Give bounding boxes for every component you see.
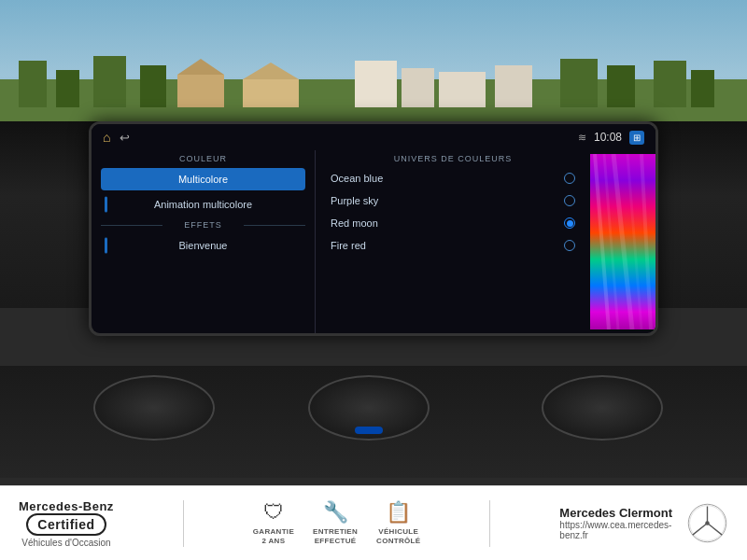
dealer-info: Mercedes Clermont https://www.cea.merced… bbox=[559, 506, 672, 540]
ocean-blue-label: Ocean blue bbox=[331, 173, 383, 184]
purple-sky-label: Purple sky bbox=[331, 195, 378, 206]
time-display: 10:08 bbox=[594, 131, 622, 144]
univers-label: UNIVERS DE COULEURS bbox=[323, 154, 583, 163]
fire-red-option[interactable]: Fire red bbox=[323, 235, 583, 256]
vehicule-item: 📋 VÉHICULE CONTRÔLÉ bbox=[376, 500, 420, 545]
footer-icons: 🛡 GARANTIE 2 ANS 🔧 ENTRETIEN EFFECTUÉ 📋 … bbox=[253, 500, 421, 545]
vehicules-text: Véhicules d'Occasion bbox=[21, 538, 110, 548]
brand-section: Mercedes-Benz Certified Véhicules d'Occa… bbox=[19, 499, 114, 548]
svg-line-27 bbox=[708, 524, 723, 536]
right-panel: UNIVERS DE COULEURS Ocean blue Purple sk… bbox=[316, 150, 655, 333]
svg-rect-4 bbox=[140, 65, 166, 107]
svg-marker-10 bbox=[177, 59, 224, 75]
svg-marker-12 bbox=[243, 63, 299, 79]
nav-icons: ⌂ ↩ bbox=[103, 130, 130, 145]
svg-rect-6 bbox=[607, 65, 635, 107]
vehicule-label: VÉHICULE CONTRÔLÉ bbox=[376, 527, 420, 545]
garantie-label: GARANTIE 2 ANS bbox=[253, 527, 294, 545]
notification-icon[interactable]: ⊞ bbox=[629, 131, 644, 145]
red-moon-option[interactable]: Red moon bbox=[323, 213, 583, 233]
svg-rect-16 bbox=[495, 65, 532, 107]
svg-rect-8 bbox=[691, 70, 714, 107]
purple-sky-option[interactable]: Purple sky bbox=[323, 190, 583, 211]
infotainment-screen: ⌂ ↩ ≋ 10:08 ⊞ COULEUR Multicolore Animat… bbox=[89, 121, 658, 336]
svg-rect-7 bbox=[654, 61, 686, 107]
red-moon-radio[interactable] bbox=[564, 217, 575, 229]
dealer-name: Mercedes Clermont bbox=[559, 506, 672, 520]
signal-icon: ≋ bbox=[578, 132, 586, 144]
svg-rect-9 bbox=[177, 75, 224, 107]
svg-rect-3 bbox=[93, 56, 126, 107]
svg-rect-5 bbox=[560, 59, 598, 107]
mercedes-benz-text: Mercedes-Benz bbox=[19, 499, 114, 513]
svg-rect-13 bbox=[355, 61, 397, 107]
purple-sky-radio[interactable] bbox=[564, 195, 575, 206]
effets-label: EFFETS bbox=[101, 220, 305, 230]
entretien-item: 🔧 ENTRETIEN EFFECTUÉ bbox=[313, 500, 358, 545]
entretien-label: ENTRETIEN EFFECTUÉ bbox=[313, 527, 358, 545]
home-icon[interactable]: ⌂ bbox=[103, 130, 110, 145]
svg-rect-2 bbox=[56, 70, 79, 107]
couleur-label: COULEUR bbox=[101, 154, 305, 163]
dashboard-area bbox=[0, 366, 747, 478]
svg-rect-15 bbox=[439, 72, 486, 107]
ocean-blue-radio[interactable] bbox=[564, 173, 575, 184]
options-list: UNIVERS DE COULEURS Ocean blue Purple sk… bbox=[316, 154, 590, 329]
mercedes-certified: Mercedes-Benz Certified Véhicules d'Occa… bbox=[19, 499, 114, 548]
bienvenue-item[interactable]: Bienvenue bbox=[101, 234, 305, 257]
svg-line-26 bbox=[693, 524, 708, 536]
screen: ⌂ ↩ ≋ 10:08 ⊞ COULEUR Multicolore Animat… bbox=[92, 124, 655, 333]
left-panel: COULEUR Multicolore Animation multicolor… bbox=[92, 150, 316, 333]
back-icon[interactable]: ↩ bbox=[120, 131, 130, 145]
mercedes-logo bbox=[686, 502, 728, 544]
color-gradient-preview bbox=[590, 154, 655, 329]
svg-rect-11 bbox=[243, 79, 299, 107]
svg-rect-1 bbox=[19, 61, 47, 107]
entretien-icon: 🔧 bbox=[323, 500, 348, 525]
separator-1 bbox=[183, 500, 184, 547]
status-bar: ≋ 10:08 ⊞ bbox=[578, 131, 644, 145]
left-vent bbox=[93, 375, 215, 441]
separator-2 bbox=[489, 500, 490, 547]
fire-red-radio[interactable] bbox=[564, 240, 575, 251]
top-bar: ⌂ ↩ ≋ 10:08 ⊞ bbox=[92, 124, 655, 150]
background-sky bbox=[0, 0, 747, 126]
svg-rect-14 bbox=[402, 68, 434, 107]
center-vent bbox=[308, 375, 430, 441]
garantie-icon: 🛡 bbox=[263, 500, 284, 525]
right-vent bbox=[542, 375, 663, 441]
vehicule-icon: 📋 bbox=[386, 500, 411, 525]
fire-red-label: Fire red bbox=[331, 240, 366, 251]
animation-multicolore-item[interactable]: Animation multicolore bbox=[101, 193, 305, 216]
main-content: COULEUR Multicolore Animation multicolor… bbox=[92, 150, 655, 333]
garantie-item: 🛡 GARANTIE 2 ANS bbox=[253, 500, 294, 545]
svg-point-28 bbox=[705, 521, 710, 525]
ocean-blue-option[interactable]: Ocean blue bbox=[323, 168, 583, 189]
footer-right: Mercedes Clermont https://www.cea.merced… bbox=[559, 502, 728, 544]
multicolore-item[interactable]: Multicolore bbox=[101, 168, 305, 190]
red-moon-label: Red moon bbox=[331, 217, 378, 229]
certified-badge: Certified bbox=[26, 513, 106, 536]
dealer-url: https://www.cea.mercedes-benz.fr bbox=[559, 520, 672, 540]
footer: Mercedes-Benz Certified Véhicules d'Occa… bbox=[0, 485, 747, 560]
